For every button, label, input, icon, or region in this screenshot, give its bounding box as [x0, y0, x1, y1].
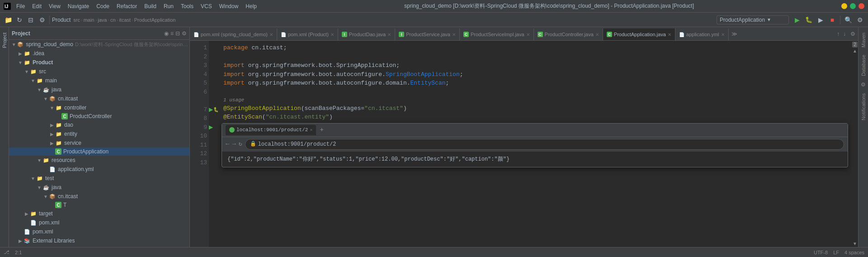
- tree-label-cn-itcast: cn.itcast: [58, 95, 189, 102]
- browser-new-tab-button[interactable]: +: [318, 125, 325, 135]
- panel-settings-icon[interactable]: ⚙: [182, 30, 187, 37]
- run-gutter-icon[interactable]: ▶: [209, 106, 213, 113]
- panel-collapse-icon[interactable]: ⊟: [175, 30, 180, 37]
- browser-tab-close-icon[interactable]: ✕: [310, 127, 312, 133]
- right-sidebar-maven[interactable]: Maven: [860, 29, 867, 51]
- tab-productserviceimpl[interactable]: C ProductServiceImpl.java ✕: [460, 29, 534, 40]
- tab-productserviceimpl-icon: C: [463, 32, 469, 37]
- menu-help[interactable]: Help: [242, 2, 260, 10]
- menu-edit[interactable]: Edit: [28, 2, 45, 10]
- menu-view[interactable]: View: [45, 2, 64, 10]
- line-num-5: 5: [192, 79, 207, 88]
- tree-item-productcontroller[interactable]: C ProductController: [9, 112, 189, 120]
- menu-run[interactable]: Run: [160, 2, 177, 10]
- maximize-button[interactable]: [850, 3, 856, 9]
- run-gutter-icon-9[interactable]: ▶: [209, 124, 213, 130]
- close-button[interactable]: [859, 3, 864, 9]
- tab-nav-down[interactable]: ↓: [841, 29, 848, 39]
- breadcrumb-itcast: itcast: [119, 17, 131, 23]
- tree-item-pom-root[interactable]: 📄 pom.xml: [9, 227, 189, 236]
- right-sidebar-database[interactable]: Database: [860, 51, 867, 80]
- tab-applicationyml[interactable]: 📄 application.yml ✕: [675, 29, 729, 40]
- tree-item-idea[interactable]: ▶ 📁 .idea: [9, 49, 189, 58]
- tab-productcontroller-close[interactable]: ✕: [595, 32, 599, 37]
- menu-build[interactable]: Build: [141, 2, 160, 10]
- minimize-button[interactable]: [841, 3, 847, 9]
- tab-productapplication-close[interactable]: ✕: [668, 32, 671, 37]
- code-editor[interactable]: package cn.itcast; import org.springfram…: [218, 41, 852, 247]
- tab-productapplication[interactable]: C ProductApplication.java ✕: [603, 29, 675, 40]
- tree-item-root[interactable]: ▼ 📦 spring_cloud_demo D:\work\资料-SpringC…: [9, 40, 189, 49]
- tree-item-dao[interactable]: ▶ 📁 dao: [9, 120, 189, 129]
- status-line-col[interactable]: 2:1: [15, 250, 22, 255]
- project-sidebar-icon[interactable]: Project: [1, 31, 8, 50]
- tree-item-src[interactable]: ▼ 📁 src: [9, 67, 189, 76]
- menu-refactor[interactable]: Refactor: [113, 2, 141, 10]
- tree-item-applicationyml[interactable]: 📄 application.yml: [9, 165, 189, 174]
- arrow-up-icon[interactable]: ▲: [853, 48, 857, 53]
- tree-item-external-libs[interactable]: ▶ 📚 External Libraries: [9, 236, 189, 245]
- tab-productdao-close[interactable]: ✕: [387, 32, 391, 37]
- menu-tools[interactable]: Tools: [177, 2, 197, 10]
- tree-item-controller[interactable]: ▼ 📁 controller: [9, 103, 189, 112]
- tree-item-entity[interactable]: ▶ 📁 entity: [9, 129, 189, 138]
- tree-item-service[interactable]: ▶ 📁 service: [9, 138, 189, 148]
- right-sidebar-settings[interactable]: ⚙: [860, 80, 867, 90]
- tree-item-test-cn-itcast[interactable]: ▼ 📦 cn.itcast: [9, 192, 189, 201]
- menu-file[interactable]: File: [13, 2, 28, 10]
- tab-pom-product[interactable]: 📄 pom.xml (Product) ✕: [277, 29, 338, 40]
- tab-productservice-close[interactable]: ✕: [452, 32, 456, 37]
- tree-item-cn-itcast[interactable]: ▼ 📦 cn.itcast: [9, 94, 189, 103]
- tree-item-resources[interactable]: ▼ 📁 resources: [9, 156, 189, 165]
- tree-item-test-java[interactable]: ▼ ☕ java: [9, 183, 189, 192]
- more-tabs-button[interactable]: ≫: [729, 29, 740, 39]
- run-config-dropdown[interactable]: ProductApplication ▼: [717, 15, 789, 24]
- tree-item-t[interactable]: C T: [9, 201, 189, 209]
- arrow-down-icon[interactable]: ▼: [853, 241, 857, 246]
- tab-pom-product-close[interactable]: ✕: [330, 32, 334, 37]
- tab-productservice[interactable]: I ProductService.java ✕: [395, 29, 460, 40]
- settings-gear-button[interactable]: ⚙: [854, 14, 865, 25]
- browser-refresh-button[interactable]: ↻: [239, 140, 242, 149]
- browser-back-button[interactable]: ←: [226, 139, 229, 149]
- tree-item-target[interactable]: ▶ 📁 target: [9, 209, 189, 218]
- tab-pom-spring[interactable]: 📄 pom.xml (spring_cloud_demo) ✕: [190, 29, 277, 40]
- toolbar-collapse-icon[interactable]: ⊟: [25, 14, 36, 25]
- tab-productcontroller[interactable]: C ProductController.java ✕: [534, 29, 603, 40]
- tab-nav-up[interactable]: ↑: [835, 29, 841, 39]
- tree-item-test[interactable]: ▼ 📁 test: [9, 174, 189, 183]
- tree-item-productapplication[interactable]: C ProductApplication: [9, 148, 189, 156]
- tree-item-java[interactable]: ▼ ☕ java: [9, 85, 189, 94]
- browser-url-bar[interactable]: 🔒 localhost:9001/product/2: [245, 139, 844, 150]
- menu-code[interactable]: Code: [93, 2, 113, 10]
- browser-tab-active[interactable]: localhost:9001/product/2 ✕: [226, 125, 316, 135]
- tree-item-product[interactable]: ▼ 📁 Product: [9, 58, 189, 67]
- toolbar-settings-icon[interactable]: ⚙: [37, 14, 47, 25]
- search-everywhere-button[interactable]: 🔍: [843, 14, 854, 25]
- status-encoding[interactable]: UTF-8: [814, 250, 828, 255]
- run-button[interactable]: ▶: [792, 14, 802, 25]
- tab-pom-spring-close[interactable]: ✕: [269, 32, 273, 37]
- tab-productserviceimpl-close[interactable]: ✕: [526, 32, 530, 37]
- service-folder-icon: 📁: [55, 139, 62, 147]
- panel-list-icon[interactable]: ≡: [170, 30, 174, 37]
- tree-item-main[interactable]: ▼ 📁 main: [9, 76, 189, 85]
- menu-vcs[interactable]: VCS: [197, 2, 216, 10]
- run-with-coverage-button[interactable]: ▶: [815, 14, 826, 25]
- toolbar-sync-icon[interactable]: ↻: [14, 14, 25, 25]
- tab-settings-icon[interactable]: ⚙: [848, 29, 858, 39]
- status-line-ending[interactable]: LF: [833, 250, 839, 255]
- debug-button[interactable]: 🐛: [803, 14, 814, 25]
- tab-productdao[interactable]: I ProductDao.java ✕: [338, 29, 395, 40]
- tree-item-pom-product[interactable]: 📄 pom.xml: [9, 218, 189, 227]
- menu-navigate[interactable]: Navigate: [64, 2, 93, 10]
- tab-applicationyml-close[interactable]: ✕: [721, 32, 725, 37]
- right-sidebar-notifications[interactable]: Notifications: [860, 90, 867, 124]
- toolbar-folder-icon[interactable]: 📁: [3, 14, 14, 25]
- tree-item-scratches[interactable]: ▶ 📝 Scratches and Consoles: [9, 245, 189, 247]
- status-indent[interactable]: 4 spaces: [844, 250, 864, 255]
- menu-window[interactable]: Window: [216, 2, 242, 10]
- browser-forward-button[interactable]: →: [232, 139, 236, 149]
- stop-button[interactable]: ■: [827, 14, 838, 25]
- panel-scope-icon[interactable]: ◉: [164, 30, 169, 37]
